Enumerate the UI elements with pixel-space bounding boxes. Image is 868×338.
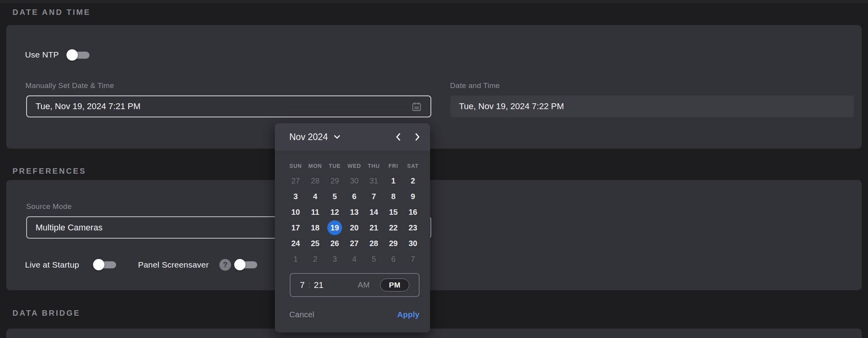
time-input-box: 7 : 21 AM PM — [290, 273, 420, 297]
calendar-day[interactable]: 23 — [403, 220, 423, 236]
source-mode-value: Multiple Cameras — [36, 223, 102, 233]
calendar-day[interactable]: 4 — [344, 251, 364, 267]
calendar-day[interactable]: 27 — [344, 236, 364, 251]
calendar-icon[interactable] — [411, 101, 422, 112]
calendar-day[interactable]: 7 — [403, 251, 423, 267]
calendar-day[interactable]: 7 — [364, 189, 384, 204]
calendar-day[interactable]: 12 — [325, 204, 344, 220]
weekday-label: TUE — [325, 163, 344, 169]
weekday-label: SUN — [286, 163, 305, 169]
calendar-day[interactable]: 18 — [305, 220, 325, 236]
datepicker-popup: Nov 2024 SUNMONTUEWEDTHUFRISAT 27282 — [275, 123, 430, 333]
calendar-day[interactable]: 25 — [305, 236, 325, 251]
calendar-day[interactable]: 3 — [286, 189, 305, 204]
calendar-day[interactable]: 8 — [384, 189, 403, 204]
weekday-label: THU — [364, 163, 384, 169]
panel-screensaver-label: Panel Screensaver — [138, 260, 209, 270]
weekday-label: MON — [305, 163, 325, 169]
calendar-day-selected[interactable]: 19 — [325, 220, 344, 236]
current-datetime-value: Tue, Nov 19, 2024 7:22 PM — [459, 101, 564, 111]
calendar-day[interactable]: 24 — [286, 236, 305, 251]
calendar-day[interactable]: 4 — [305, 189, 325, 204]
next-month-button[interactable] — [411, 123, 424, 151]
calendar-day[interactable]: 5 — [364, 251, 384, 267]
calendar-day[interactable]: 1 — [384, 173, 403, 189]
source-mode-label: Source Mode — [26, 202, 72, 211]
calendar-day[interactable]: 26 — [325, 236, 344, 251]
use-ntp-toggle[interactable] — [67, 49, 90, 61]
calendar-day[interactable]: 21 — [364, 220, 384, 236]
pm-button[interactable]: PM — [380, 279, 409, 291]
month-year-selector[interactable]: Nov 2024 — [289, 123, 341, 151]
weekday-row: SUNMONTUEWEDTHUFRISAT — [286, 163, 423, 169]
chevron-right-icon — [413, 133, 421, 141]
calendar-day[interactable]: 22 — [384, 220, 403, 236]
calendar-day[interactable]: 2 — [403, 173, 423, 189]
calendar-day[interactable]: 10 — [286, 204, 305, 220]
prev-month-button[interactable] — [392, 123, 405, 151]
section-title-date-and-time: DATE AND TIME — [13, 8, 91, 17]
question-mark-icon[interactable]: ? — [219, 259, 231, 271]
calendar-day[interactable]: 11 — [305, 204, 325, 220]
data-bridge-panel — [6, 329, 862, 338]
current-datetime-field: Tue, Nov 19, 2024 7:22 PM — [450, 95, 854, 117]
calendar-day[interactable]: 20 — [344, 220, 364, 236]
settings-page: DATE AND TIME Use NTP Manually Set Date … — [0, 0, 868, 338]
calendar-day[interactable]: 15 — [384, 204, 403, 220]
calendar-day[interactable]: 9 — [403, 189, 423, 204]
weekday-label: FRI — [384, 163, 403, 169]
calendar-day[interactable]: 27 — [286, 173, 305, 189]
calendar-grid: 2728293031123456789101112131415161718192… — [286, 173, 423, 267]
calendar-day[interactable]: 6 — [344, 189, 364, 204]
manual-datetime-label: Manually Set Date & Time — [25, 81, 114, 90]
top-divider — [0, 0, 868, 4]
calendar-day[interactable]: 28 — [305, 173, 325, 189]
manual-datetime-value: Tue, Nov 19, 2024 7:21 PM — [36, 101, 140, 111]
calendar-day[interactable]: 3 — [325, 251, 344, 267]
calendar-day[interactable]: 14 — [364, 204, 384, 220]
current-datetime-label: Date and Time — [450, 81, 500, 90]
minute-field[interactable]: 21 — [314, 280, 323, 290]
time-separator: : — [308, 280, 310, 289]
live-at-startup-toggle[interactable] — [94, 259, 116, 270]
apply-button[interactable]: Apply — [397, 310, 420, 319]
am-button[interactable]: AM — [358, 280, 370, 289]
calendar-day[interactable]: 28 — [364, 236, 384, 251]
section-title-data-bridge: DATA BRIDGE — [13, 309, 81, 318]
chevron-down-icon — [333, 133, 341, 141]
calendar-day[interactable]: 1 — [286, 251, 305, 267]
calendar-day[interactable]: 31 — [364, 173, 384, 189]
hour-field[interactable]: 7 — [300, 280, 305, 290]
section-title-preferences: PREFERENCES — [13, 167, 86, 176]
calendar-day[interactable]: 6 — [384, 251, 403, 267]
calendar-day[interactable]: 5 — [325, 189, 344, 204]
cancel-button[interactable]: Cancel — [289, 310, 314, 319]
chevron-left-icon — [395, 133, 402, 141]
weekday-label: WED — [344, 163, 364, 169]
toggle-knob — [234, 259, 246, 270]
toggle-knob — [93, 259, 104, 270]
month-year-label: Nov 2024 — [289, 132, 328, 142]
calendar-day[interactable]: 29 — [325, 173, 344, 189]
manual-datetime-input[interactable]: Tue, Nov 19, 2024 7:21 PM — [26, 95, 431, 117]
calendar-day[interactable]: 13 — [344, 204, 364, 220]
live-at-startup-label: Live at Startup — [25, 260, 79, 270]
calendar-day[interactable]: 29 — [384, 236, 403, 251]
panel-screensaver-toggle[interactable] — [235, 259, 257, 270]
calendar-day[interactable]: 2 — [305, 251, 325, 267]
toggle-knob — [66, 49, 78, 61]
calendar-day[interactable]: 30 — [344, 173, 364, 189]
date-and-time-panel — [6, 25, 862, 149]
calendar-day[interactable]: 30 — [403, 236, 423, 251]
calendar-day[interactable]: 16 — [403, 204, 423, 220]
weekday-label: SAT — [403, 163, 423, 169]
use-ntp-label: Use NTP — [25, 50, 59, 59]
calendar-day[interactable]: 17 — [286, 220, 305, 236]
